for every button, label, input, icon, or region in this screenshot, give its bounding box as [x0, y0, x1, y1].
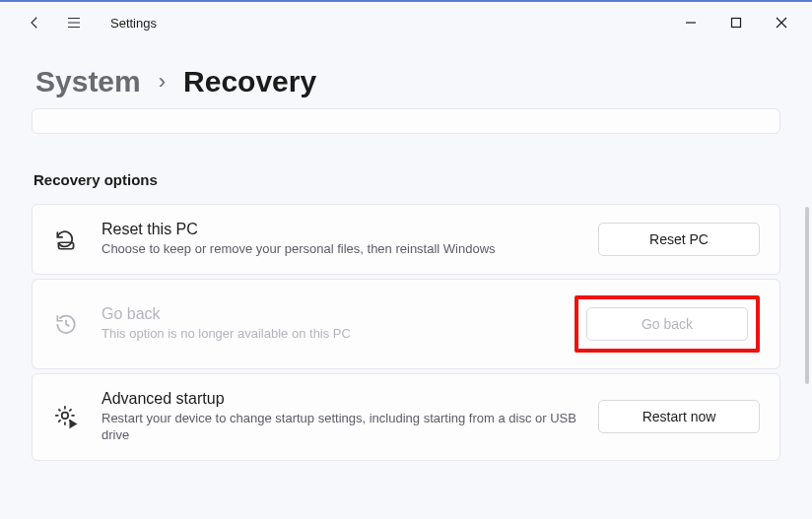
breadcrumb-parent[interactable]: System [35, 65, 141, 98]
advanced-startup-desc: Restart your device to change startup se… [102, 410, 576, 444]
titlebar: Settings [0, 0, 812, 45]
content-area: Recovery options Reset this PC Choose to… [0, 108, 812, 519]
scrollbar-thumb[interactable] [805, 207, 809, 384]
minimize-button[interactable] [668, 7, 713, 38]
advanced-startup-title: Advanced startup [102, 390, 576, 408]
reset-icon [52, 226, 80, 253]
gear-play-icon [52, 403, 80, 430]
reset-title: Reset this PC [102, 221, 576, 238]
svg-point-3 [62, 413, 68, 420]
go-back-button: Go back [586, 307, 748, 341]
reset-pc-card: Reset this PC Choose to keep or remove y… [32, 204, 780, 275]
maximize-button[interactable] [713, 7, 759, 38]
restart-now-button[interactable]: Restart now [598, 400, 760, 433]
accent-top-line [0, 0, 812, 2]
menu-icon[interactable] [65, 14, 83, 32]
app-title: Settings [110, 16, 157, 31]
page-title: Recovery [183, 65, 316, 98]
go-back-card: Go back This option is no longer availab… [32, 279, 780, 369]
history-icon [52, 310, 80, 338]
reset-desc: Choose to keep or remove your personal f… [102, 240, 576, 258]
annotation-highlight: Go back [575, 295, 760, 353]
svg-rect-1 [732, 19, 741, 28]
section-title: Recovery options [34, 171, 780, 188]
breadcrumb: System › Recovery [0, 45, 812, 108]
go-back-title: Go back [102, 305, 553, 323]
back-icon[interactable] [26, 14, 43, 32]
close-button[interactable] [759, 7, 804, 38]
go-back-desc: This option is no longer available on th… [102, 325, 553, 343]
chevron-right-icon: › [159, 69, 166, 95]
reset-pc-button[interactable]: Reset PC [598, 223, 760, 256]
advanced-startup-card: Advanced startup Restart your device to … [32, 373, 780, 461]
partial-card-top [32, 108, 780, 134]
